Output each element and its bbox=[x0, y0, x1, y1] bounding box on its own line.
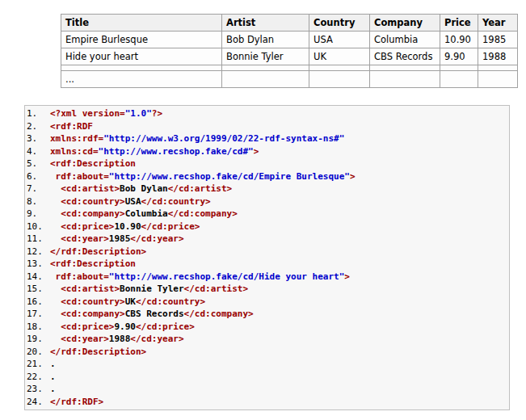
code-text: <cd:price>9.90</cd:price> bbox=[50, 321, 195, 334]
line-number: 15. bbox=[25, 283, 50, 296]
line-number: 7. bbox=[25, 183, 50, 195]
code-text: <?xml version="1.0"?> bbox=[50, 107, 162, 120]
code-token-tag: <cd:company> bbox=[50, 208, 125, 219]
column-header-year: Year bbox=[478, 15, 518, 32]
code-token-tag: <cd:country> bbox=[50, 296, 125, 307]
code-line: 18. <cd:price>9.90</cd:price> bbox=[25, 321, 509, 334]
table-cell bbox=[478, 65, 518, 71]
line-number: 6. bbox=[25, 170, 50, 183]
code-text: rdf:about="http://www.recshop.fake/cd/Em… bbox=[50, 170, 356, 183]
code-text: <cd:country>USA</cd:country> bbox=[50, 195, 211, 208]
line-number: 17. bbox=[25, 308, 50, 321]
code-text: </rdf:Description> bbox=[50, 346, 146, 359]
code-text: xmlns:cd="http://www.recshop.fake/cd#"> bbox=[50, 145, 259, 158]
code-token-tag: </cd:country> bbox=[141, 196, 211, 207]
code-token-tag: xmlns:cd= bbox=[50, 146, 99, 157]
code-token-tag: </cd:price> bbox=[136, 321, 195, 332]
code-token-str: "http://www.w3.org/1999/02/22-rdf-syntax… bbox=[103, 133, 344, 144]
code-text: </rdf:Description> bbox=[50, 246, 146, 258]
code-line: 21.. bbox=[25, 358, 509, 371]
table-cell bbox=[309, 65, 370, 71]
line-number: 9. bbox=[25, 208, 50, 220]
code-token-tag: </cd:artist> bbox=[168, 183, 232, 194]
code-line: 20.</rdf:Description> bbox=[25, 346, 509, 359]
line-number: 5. bbox=[25, 158, 50, 170]
table-cell: Columbia bbox=[370, 32, 440, 48]
code-line: 11. <cd:year>1985</cd:year> bbox=[25, 233, 509, 246]
line-number: 16. bbox=[25, 296, 50, 309]
table-cell: 1985 bbox=[478, 32, 518, 48]
table-row: ... bbox=[61, 71, 518, 88]
line-number: 12. bbox=[25, 246, 50, 258]
table-row: Empire BurlesqueBob DylanUSAColumbia10.9… bbox=[61, 32, 518, 48]
code-token-txt: UK bbox=[125, 296, 136, 307]
code-text: <rdf:RDF bbox=[50, 120, 93, 133]
code-token-str: "1.0" bbox=[125, 108, 152, 119]
code-token-tag: </cd:price> bbox=[141, 221, 200, 232]
line-number: 1. bbox=[25, 107, 50, 120]
code-listing: 1.<?xml version="1.0"?>2.<rdf:RDF3.xmlns… bbox=[24, 105, 510, 410]
table-row: Hide your heartBonnie TylerUKCBS Records… bbox=[61, 48, 518, 65]
column-header-title: Title bbox=[61, 15, 222, 32]
code-text: <rdf:Description bbox=[50, 158, 136, 170]
line-number: 18. bbox=[25, 321, 50, 334]
table-cell: 9.90 bbox=[440, 48, 478, 65]
line-number: 8. bbox=[25, 195, 50, 208]
column-header-artist: Artist bbox=[222, 15, 309, 32]
line-number: 13. bbox=[25, 258, 50, 271]
code-line: 24.</rdf:RDF> bbox=[25, 396, 509, 409]
code-token-tag: <cd:company> bbox=[50, 309, 125, 319]
code-line: 15. <cd:artist>Bonnie Tyler</cd:artist> bbox=[25, 283, 509, 296]
code-line: 1.<?xml version="1.0"?> bbox=[25, 107, 509, 120]
code-token-tag: <cd:year> bbox=[50, 334, 109, 344]
cd-table: TitleArtistCountryCompanyPriceYear Empir… bbox=[61, 14, 518, 88]
code-token-tag: </cd:company> bbox=[184, 309, 254, 319]
table-body: Empire BurlesqueBob DylanUSAColumbia10.9… bbox=[61, 32, 518, 88]
code-text: <cd:artist>Bob Dylan</cd:artist> bbox=[50, 183, 232, 195]
table-header-row: TitleArtistCountryCompanyPriceYear bbox=[61, 15, 518, 32]
table-cell bbox=[440, 71, 478, 88]
table-cell: Empire Burlesque bbox=[61, 32, 222, 48]
line-number: 23. bbox=[25, 383, 50, 396]
line-number: 24. bbox=[25, 396, 50, 409]
code-token-txt: 9.90 bbox=[114, 321, 136, 332]
code-token-tag: </rdf:RDF> bbox=[50, 397, 103, 407]
table-row bbox=[61, 65, 518, 71]
table-cell: 10.90 bbox=[440, 32, 478, 48]
code-text: </rdf:RDF> bbox=[50, 396, 103, 409]
code-text: rdf:about="http://www.recshop.fake/cd/Hi… bbox=[50, 271, 350, 284]
code-token-tag: </cd:company> bbox=[168, 208, 238, 219]
code-line: 14. rdf:about="http://www.recshop.fake/c… bbox=[25, 271, 509, 284]
table-cell bbox=[440, 65, 478, 71]
line-number: 20. bbox=[25, 346, 50, 359]
code-line: 5.<rdf:Description bbox=[25, 158, 509, 170]
code-token-tag: > bbox=[254, 146, 259, 157]
column-header-price: Price bbox=[440, 15, 478, 32]
column-header-company: Company bbox=[370, 15, 440, 32]
code-token-txt: CBS Records bbox=[125, 309, 184, 319]
table-cell: 1988 bbox=[478, 48, 518, 65]
line-number: 14. bbox=[25, 271, 50, 284]
line-number: 2. bbox=[25, 120, 50, 133]
table-cell bbox=[61, 65, 222, 71]
table-cell: CBS Records bbox=[370, 48, 440, 65]
code-line: 6. rdf:about="http://www.recshop.fake/cd… bbox=[25, 170, 509, 183]
code-token-tag: <rdf:RDF bbox=[50, 121, 93, 132]
code-token-txt: Bonnie Tyler bbox=[120, 284, 183, 294]
code-token-tag: > bbox=[344, 271, 350, 282]
code-token-tag: <cd:country> bbox=[50, 196, 125, 207]
code-line: 10. <cd:price>10.90</cd:price> bbox=[25, 220, 509, 233]
table-cell: USA bbox=[309, 32, 370, 48]
page: TitleArtistCountryCompanyPriceYear Empir… bbox=[0, 0, 526, 420]
code-token-tag: <cd:artist> bbox=[50, 284, 120, 294]
code-text: <cd:year>1985</cd:year> bbox=[50, 233, 184, 246]
code-token-tag: xmlns:rdf= bbox=[50, 133, 103, 144]
code-line: 7. <cd:artist>Bob Dylan</cd:artist> bbox=[25, 183, 509, 195]
code-token-tag: > bbox=[350, 171, 356, 182]
code-token-str: "http://www.recshop.fake/cd/Hide your he… bbox=[109, 271, 344, 282]
code-token-tag: ?> bbox=[152, 108, 162, 119]
line-number: 11. bbox=[25, 233, 50, 246]
table-cell bbox=[309, 71, 370, 88]
code-text: . bbox=[50, 383, 56, 396]
code-token-tag: </rdf:Description> bbox=[50, 346, 146, 357]
